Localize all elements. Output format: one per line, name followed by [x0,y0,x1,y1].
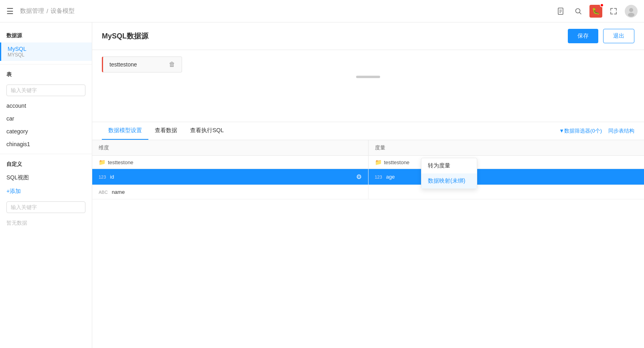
breadcrumb-root: 数据管理 [20,7,44,15]
breadcrumb-sep: / [47,8,48,14]
tab-view-data[interactable]: 查看数据 [148,122,184,140]
sidebar-mysql-item[interactable]: MySQL MYSQL [0,42,92,61]
grid-sub-dim-table: testtestone [108,159,134,165]
sidebar-table-search [6,84,85,96]
type-badge-name: ABC [99,190,108,195]
field-name-name: name [112,189,125,195]
svg-point-4 [576,8,580,13]
tabs-right: ▼数据筛选器(0个) 同步表结构 [559,127,634,135]
grid-col-dimension: 维度 [92,140,369,155]
sidebar-item-chinagis1[interactable]: chinagis1 [0,138,92,151]
layout: 数据源 MySQL MYSQL 表 account car category c… [0,22,644,348]
sidebar: 数据源 MySQL MYSQL 表 account car category c… [0,22,92,348]
grid-cell-id-dim: 123 id ⚙ [92,169,369,185]
grid-sub-mea: 📁 testtestone [369,156,644,169]
sql-search-input[interactable] [6,201,85,213]
svg-point-7 [628,13,634,17]
grid-cell-name-dim: ABC name [92,185,369,199]
search-icon-btn[interactable] [572,5,585,18]
fullscreen-icon-btn[interactable] [607,5,620,18]
dropdown-menu: 转为度量 数据映射(未绑) [421,158,477,189]
scroll-indicator [356,76,380,78]
sync-link[interactable]: 同步表结构 [608,127,634,135]
gear-icon-id[interactable]: ⚙ [356,173,362,181]
sidebar-item-car[interactable]: car [0,112,92,125]
main-content: MySQL数据源 保存 退出 testtestone 🗑 数据模型设置 查看数据… [92,22,644,348]
field-name-age: age [386,174,395,180]
table-card-delete-icon[interactable]: 🗑 [169,61,175,68]
doc-icon [557,7,565,15]
doc-icon-btn[interactable] [554,5,567,18]
table-card: testtestone 🗑 [102,56,182,72]
avatar[interactable] [625,5,638,18]
grid-row-id[interactable]: 123 id ⚙ 123 age [92,169,644,185]
navbar: ☰ 数据管理 / 设备模型 🐛 [0,0,644,22]
notification-badge [600,3,604,7]
sidebar-add-btn[interactable]: +添加 [0,185,92,198]
tab-model-settings[interactable]: 数据模型设置 [102,122,148,140]
grid-row-name[interactable]: ABC name [92,185,644,199]
folder-icon-mea: 📁 [375,159,382,165]
sidebar-mysql-main: MySQL [8,46,85,52]
type-badge-id: 123 [99,175,106,179]
sidebar-item-category[interactable]: category [0,125,92,138]
svg-point-6 [629,8,633,12]
grid-col-measure: 度量 [369,140,644,155]
folder-icon-dim: 📁 [99,159,105,165]
sidebar-divider-1 [0,64,92,64]
type-badge-age: 123 [375,175,382,179]
save-button[interactable]: 保存 [568,29,598,43]
table-title: 表 [0,68,92,81]
sidebar-sql-search [6,201,85,213]
bug-icon: 🐛 [592,7,600,15]
search-icon [574,7,582,15]
sidebar-sql-view[interactable]: SQL视图 [0,171,92,185]
table-card-name: testtestone [109,61,137,68]
sidebar-item-account[interactable]: account [0,99,92,112]
main-header: MySQL数据源 保存 退出 [92,22,644,50]
table-card-area: testtestone 🗑 [92,50,644,122]
field-name-id: id [110,174,114,180]
svg-line-5 [580,12,581,14]
grid-cell-id-mea: 123 age [369,169,644,185]
exit-button[interactable]: 退出 [603,29,634,43]
navbar-actions: 🐛 [554,5,638,18]
grid-header: 维度 度量 [92,140,644,156]
custom-title: 自定义 [6,161,22,167]
breadcrumb: 数据管理 / 设备模型 [20,7,75,15]
datasource-title: 数据源 [0,29,92,42]
menu-icon[interactable]: ☰ [6,6,14,16]
dropdown-item-convert[interactable]: 转为度量 [421,158,477,173]
tab-view-sql[interactable]: 查看执行SQL [184,122,230,140]
grid-sub-dim: 📁 testtestone [92,156,369,169]
breadcrumb-current: 设备模型 [51,7,75,15]
bug-icon-btn[interactable]: 🐛 [589,5,602,18]
sidebar-mysql-sub: MYSQL [8,52,85,58]
table-search-input[interactable] [6,84,85,96]
data-grid: 维度 度量 📁 testtestone 📁 testtestone 123 id [92,140,644,348]
main-header-actions: 保存 退出 [568,29,634,43]
filter-link[interactable]: ▼数据筛选器(0个) [559,127,602,135]
tabs-bar: 数据模型设置 查看数据 查看执行SQL ▼数据筛选器(0个) 同步表结构 [92,122,644,140]
grid-cell-name-mea [369,185,644,199]
dropdown-item-mapping[interactable]: 数据映射(未绑) [421,173,477,189]
fullscreen-icon [610,7,618,15]
avatar-icon [626,6,637,17]
grid-sub-header: 📁 testtestone 📁 testtestone [92,156,644,169]
main-title: MySQL数据源 [102,31,148,41]
sidebar-divider-2 [0,154,92,154]
grid-sub-mea-table: testtestone [384,159,410,165]
no-data-label: 暂无数据 [0,216,92,230]
sidebar-custom-label: 自定义 [0,157,92,171]
